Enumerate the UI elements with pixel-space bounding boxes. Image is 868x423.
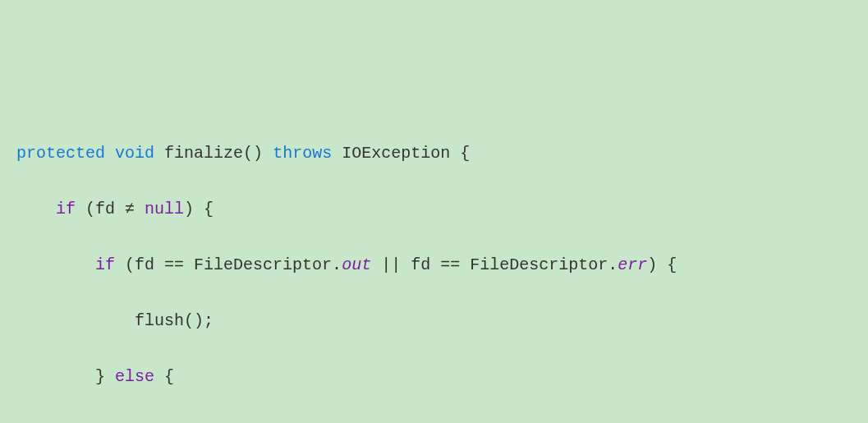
op-neq: ≠ [115,200,145,218]
var-fd: fd [411,255,430,274]
keyword-else: else [115,367,154,386]
keyword-null: null [145,200,184,218]
op-eq: == [430,255,470,274]
op-or: || [371,255,411,274]
op-eq: == [154,255,194,274]
dot: . [608,255,618,274]
code-line[interactable]: if (fd == FileDescriptor.out || fd == Fi… [0,251,868,279]
paren-close-brace: ) { [647,255,677,274]
paren-close-brace: ) { [184,200,214,218]
method-name: finalize [164,144,243,163]
var-fd: fd [135,255,154,274]
code-line[interactable]: /* if fd is shared, the references in Fi… [0,419,868,423]
code-line[interactable]: } else { [0,363,868,391]
keyword-if: if [56,200,76,218]
type-filedescriptor: FileDescriptor [194,255,332,274]
keyword-if: if [95,255,115,274]
keyword-protected: protected [16,144,105,163]
var-fd: fd [95,200,115,218]
type-ioexception: IOException [342,144,450,163]
paren-open: ( [76,200,95,218]
code-editor[interactable]: protected void finalize() throws IOExcep… [0,112,868,423]
brace: { [450,144,470,163]
call-flush: flush(); [135,311,214,330]
field-err: err [618,255,647,274]
code-line[interactable]: flush(); [0,307,868,335]
code-line[interactable]: protected void finalize() throws IOExcep… [0,140,868,168]
parens: () [243,144,263,163]
brace-open: { [154,367,174,386]
keyword-void: void [115,144,154,163]
keyword-throws: throws [273,144,332,163]
field-out: out [342,255,371,274]
dot: . [332,255,342,274]
brace-close: } [95,367,105,386]
type-filedescriptor: FileDescriptor [470,255,608,274]
paren-open: ( [115,255,135,274]
code-line[interactable]: if (fd ≠ null) { [0,195,868,223]
